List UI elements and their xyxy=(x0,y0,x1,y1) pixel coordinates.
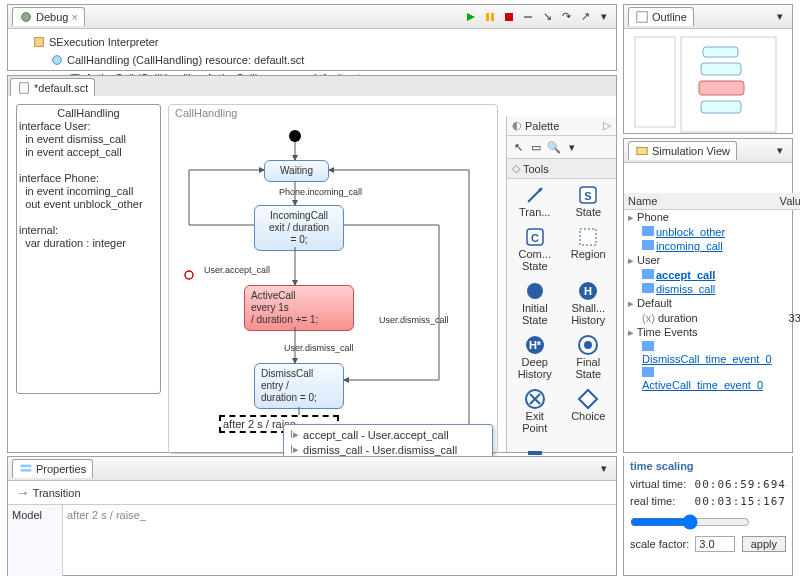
step-over-icon[interactable]: ↷ xyxy=(558,9,574,25)
sim-header: Simulation View ▾ xyxy=(624,139,792,163)
decl-title: CallHandling xyxy=(19,107,158,120)
sim-table: NameValue ▸ Phoneunblock_otherincoming_c… xyxy=(624,193,800,392)
state-waiting[interactable]: Waiting xyxy=(264,160,329,182)
diagram-canvas[interactable]: CallHandling interface User: in event di… xyxy=(8,96,616,452)
svg-rect-7 xyxy=(20,83,29,94)
note-tool[interactable]: ▾ xyxy=(564,139,580,155)
col-value[interactable]: Value xyxy=(776,193,800,210)
outline-tab[interactable]: Outline xyxy=(628,7,694,26)
menu-icon[interactable]: ▾ xyxy=(772,143,788,159)
props-tab[interactable]: Properties xyxy=(12,459,93,478)
plug-icon xyxy=(32,35,46,49)
zoom-tool[interactable]: 🔍 xyxy=(546,139,562,155)
svg-rect-33 xyxy=(703,47,738,57)
debug-tab[interactable]: Debug × xyxy=(12,7,85,26)
resume-icon[interactable] xyxy=(463,9,479,25)
svg-rect-37 xyxy=(637,148,648,155)
svg-text:S: S xyxy=(585,190,592,202)
svg-text:H*: H* xyxy=(529,339,542,351)
menu-icon[interactable]: ▾ xyxy=(772,9,788,25)
tree-item[interactable]: SExecution Interpreter xyxy=(14,33,610,51)
sim-row[interactable]: (x) duration335 xyxy=(624,311,800,325)
sim-row[interactable]: ▸ Default xyxy=(624,296,800,311)
step-into-icon[interactable]: ↘ xyxy=(539,9,555,25)
close-icon[interactable]: × xyxy=(71,11,77,23)
pause-icon[interactable] xyxy=(482,9,498,25)
transition-label: User.accept_call xyxy=(204,265,270,275)
palette-group[interactable]: ◇Tools xyxy=(507,159,616,179)
marquee-tool[interactable]: ▭ xyxy=(528,139,544,155)
stop-icon[interactable] xyxy=(501,9,517,25)
sf-label: scale factor: xyxy=(630,538,689,550)
sim-row[interactable]: DismissCall_time_event_0 xyxy=(624,340,800,366)
svg-rect-35 xyxy=(699,81,744,95)
sim-row[interactable]: ▸ Phone xyxy=(624,210,800,226)
bug-icon xyxy=(19,10,33,24)
sim-tab[interactable]: Simulation View xyxy=(628,141,737,160)
debug-toolbar: ↘ ↷ ↗ ▾ xyxy=(463,9,612,25)
svg-point-25 xyxy=(584,341,592,349)
vt-label: virtual time: xyxy=(630,478,686,491)
svg-rect-1 xyxy=(486,13,489,21)
props-sidetab[interactable]: Model xyxy=(8,505,63,576)
state-active[interactable]: ActiveCall every 1s / duration += 1; xyxy=(244,285,354,331)
palette-item[interactable]: Initial State xyxy=(509,277,561,329)
palette-item[interactable]: Final State xyxy=(563,331,615,383)
menu-icon[interactable]: ▾ xyxy=(596,9,612,25)
palette-item[interactable]: Tran... xyxy=(509,181,561,221)
collapse-icon[interactable]: ▷ xyxy=(603,119,611,132)
svg-rect-39 xyxy=(21,469,32,472)
sim-icon xyxy=(635,144,649,158)
select-tool[interactable]: ↖ xyxy=(510,139,526,155)
palette-grid: Tran...SStateCCom... StateRegionInitial … xyxy=(507,179,616,481)
props-value[interactable]: after 2 s / raise_ xyxy=(63,505,616,576)
props-header: Properties ▾ xyxy=(8,457,616,481)
menu-icon[interactable]: ▾ xyxy=(596,461,612,477)
sim-row[interactable]: unblock_other xyxy=(624,225,800,239)
file-tab[interactable]: *default.sct xyxy=(10,78,95,97)
svg-point-19 xyxy=(527,283,543,299)
palette-tools: ↖ ▭ 🔍 ▾ xyxy=(507,136,616,159)
palette-item[interactable]: CCom... State xyxy=(509,223,561,275)
debug-title: Debug xyxy=(36,11,68,23)
palette-item[interactable]: SState xyxy=(563,181,615,221)
sim-row[interactable]: ▸ User xyxy=(624,253,800,268)
palette-item[interactable]: Region xyxy=(563,223,615,275)
svg-rect-36 xyxy=(701,101,741,113)
disconnect-icon[interactable] xyxy=(520,9,536,25)
sim-row[interactable]: dismiss_call xyxy=(624,282,800,296)
sim-row[interactable]: incoming_call xyxy=(624,239,800,253)
editor-pane: *default.sct CallHandling interface User… xyxy=(7,75,617,453)
initial-state[interactable] xyxy=(289,130,301,142)
region[interactable]: CallHandling Waiting Phone.incoming_call… xyxy=(168,104,498,454)
transition-label: User.dismiss_call xyxy=(379,315,449,325)
scale-input[interactable] xyxy=(695,536,735,552)
palette-item[interactable]: HShall... History xyxy=(563,277,615,329)
outline-thumb[interactable] xyxy=(624,29,792,141)
state-dismiss[interactable]: DismissCall entry / duration = 0; xyxy=(254,363,344,409)
completion-item[interactable]: I▸accept_call - User.accept_call xyxy=(286,427,490,442)
palette-item[interactable]: Choice xyxy=(563,385,615,437)
step-return-icon[interactable]: ↗ xyxy=(577,9,593,25)
declaration-box[interactable]: CallHandling interface User: in event di… xyxy=(16,104,161,394)
sim-row[interactable]: accept_call xyxy=(624,268,800,282)
svg-rect-31 xyxy=(635,37,675,127)
scale-slider[interactable] xyxy=(630,514,750,530)
svg-rect-29 xyxy=(528,451,542,455)
tree-item[interactable]: CallHandling (CallHandling) resource: de… xyxy=(14,51,610,69)
palette-item[interactable]: Exit Point xyxy=(509,385,561,437)
state-incoming[interactable]: IncomingCall exit / duration = 0; xyxy=(254,205,344,251)
sim-row[interactable]: ActiveCall_time_event_0 xyxy=(624,366,800,392)
svg-rect-18 xyxy=(580,229,596,245)
region-title: CallHandling xyxy=(175,107,237,119)
svg-rect-2 xyxy=(491,13,494,21)
sim-row[interactable]: ▸ Time Events xyxy=(624,325,800,340)
col-name[interactable]: Name xyxy=(624,193,776,210)
transition-label: User.dismiss_call xyxy=(284,343,354,353)
real-time: 00:03:15:167 xyxy=(695,495,786,508)
svg-rect-3 xyxy=(505,13,513,21)
outline-header: Outline ▾ xyxy=(624,5,792,29)
completion-item[interactable]: I▸dismiss_call - User.dismiss_call xyxy=(286,442,490,457)
apply-button[interactable]: apply xyxy=(742,536,786,552)
palette-item[interactable]: H*Deep History xyxy=(509,331,561,383)
